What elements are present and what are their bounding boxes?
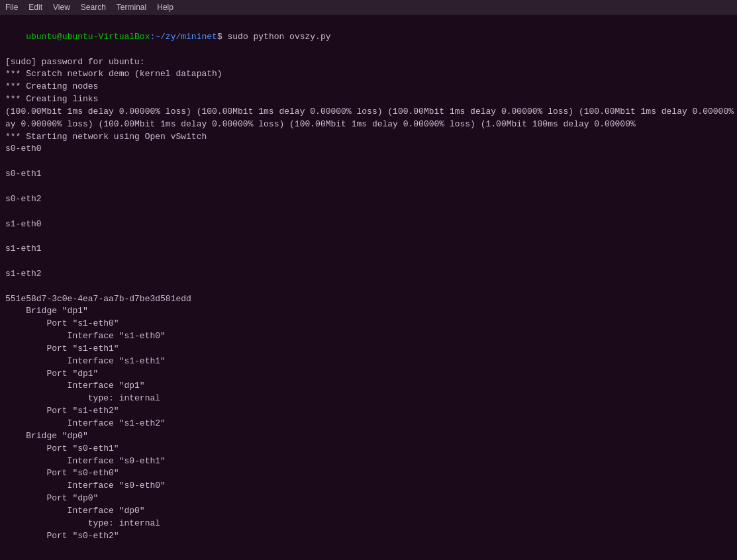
menu-bar: File Edit View Search Terminal Help bbox=[0, 0, 737, 15]
terminal-line: s0-eth2 bbox=[5, 193, 732, 206]
terminal-line: *** Starting network using Open vSwitch bbox=[5, 131, 732, 144]
terminal-line: Interface "s1-eth2" bbox=[5, 418, 732, 430]
terminal-line: Port "s1-eth0" bbox=[5, 318, 732, 330]
terminal-line: Port "dp0" bbox=[5, 492, 732, 505]
terminal-line: s0-eth1 bbox=[5, 168, 732, 181]
terminal-line: *** Creating links bbox=[5, 93, 732, 106]
terminal-line: Interface "dp1" bbox=[5, 380, 732, 393]
terminal-line: type: internal bbox=[5, 393, 732, 405]
terminal-line: Interface "s0-eth1" bbox=[5, 455, 732, 468]
terminal-line: Interface "s1-eth0" bbox=[5, 330, 732, 343]
terminal-line: *** Scratch network demo (kernel datapat… bbox=[5, 68, 732, 81]
terminal-line: Bridge "dp1" bbox=[5, 305, 732, 318]
terminal-output: [sudo] password for ubuntu:*** Scratch n… bbox=[5, 56, 732, 543]
terminal-line: Interface "dp0" bbox=[5, 505, 732, 518]
prompt-line: ubuntu@ubuntu-VirtualBox:~/zy/mininet$ s… bbox=[5, 19, 732, 56]
terminal-line: Port "s0-eth0" bbox=[5, 467, 732, 480]
menu-edit[interactable]: Edit bbox=[28, 3, 42, 12]
terminal-line bbox=[5, 156, 732, 168]
terminal-line: 551e58d7-3c0e-4ea7-aa7b-d7be3d581edd bbox=[5, 293, 732, 306]
terminal-line: Port "s1-eth1" bbox=[5, 343, 732, 355]
terminal-line bbox=[5, 256, 732, 268]
terminal-line: Interface "s0-eth2" bbox=[5, 542, 732, 543]
terminal-line: Interface "s1-eth1" bbox=[5, 355, 732, 368]
terminal-line: type: internal bbox=[5, 518, 732, 530]
terminal-line: [sudo] password for ubuntu: bbox=[5, 56, 732, 69]
terminal-body[interactable]: ubuntu@ubuntu-VirtualBox:~/zy/mininet$ s… bbox=[0, 15, 737, 543]
terminal-line: *** Creating nodes bbox=[5, 81, 732, 93]
terminal-line bbox=[5, 206, 732, 218]
terminal-line: s1-eth1 bbox=[5, 243, 732, 256]
menu-file[interactable]: File bbox=[5, 3, 18, 12]
terminal-line: Port "s1-eth2" bbox=[5, 405, 732, 418]
terminal-line: Bridge "dp0" bbox=[5, 430, 732, 443]
menu-search[interactable]: Search bbox=[81, 3, 106, 12]
terminal-line: s1-eth2 bbox=[5, 268, 732, 281]
menu-terminal[interactable]: Terminal bbox=[117, 3, 146, 12]
terminal-line: Port "s0-eth1" bbox=[5, 443, 732, 455]
terminal-line: Interface "s0-eth0" bbox=[5, 480, 732, 492]
terminal-line: Port "s0-eth2" bbox=[5, 530, 732, 543]
menu-view[interactable]: View bbox=[53, 3, 70, 12]
terminal-line: Port "dp1" bbox=[5, 368, 732, 381]
terminal-line bbox=[5, 230, 732, 243]
menu-help[interactable]: Help bbox=[157, 3, 173, 12]
terminal-line: (100.00Mbit 1ms delay 0.00000% loss) (10… bbox=[5, 106, 732, 118]
terminal-line bbox=[5, 181, 732, 193]
terminal-line: ay 0.00000% loss) (100.00Mbit 1ms delay … bbox=[5, 118, 732, 131]
terminal-line: s0-eth0 bbox=[5, 143, 732, 156]
terminal-line: s1-eth0 bbox=[5, 218, 732, 231]
terminal-line bbox=[5, 281, 732, 293]
